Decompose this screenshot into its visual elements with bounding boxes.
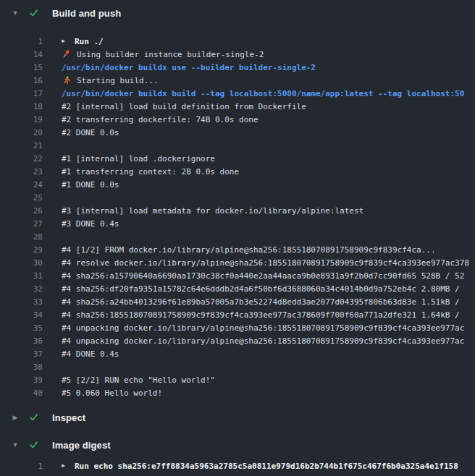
line-number[interactable]: 30 — [0, 258, 43, 268]
log-line: 34#4 sha256:185518070891758909c9f839cf4c… — [0, 308, 475, 321]
log-line: 28 — [0, 230, 475, 243]
log-text: #5 [2/2] RUN echo "Hello world!" — [62, 375, 475, 385]
line-number[interactable]: 17 — [0, 89, 43, 98]
log-line: 14Using builder instance builder-single-… — [0, 48, 475, 61]
section-header[interactable]: ▼Image digest — [0, 438, 475, 452]
log-text-content: Run echo sha256:e7ff8834a5963a2785c5a081… — [75, 462, 458, 471]
log-text: #4 [1/2] FROM docker.io/library/alpine@s… — [62, 245, 475, 255]
log-text: #1 transferring context: 2B 0.0s done — [62, 167, 475, 177]
line-number[interactable]: 15 — [0, 63, 43, 72]
log-text-content: #4 sha256:df20fa9351a15782c64e6dddb2d4a6… — [62, 284, 464, 294]
success-check-icon — [29, 412, 41, 422]
line-number[interactable]: 22 — [0, 154, 43, 163]
log-text: #5 0.060 Hello world! — [62, 388, 475, 398]
line-number[interactable]: 31 — [0, 271, 43, 281]
line-number[interactable]: 35 — [0, 323, 43, 333]
log-text-content: #2 transferring dockerfile: 74B 0.0s don… — [62, 115, 258, 124]
log-text-content: #1 DONE 0.0s — [62, 180, 119, 190]
log-text-content: #2 [internal] load build definition from… — [62, 102, 306, 111]
line-number[interactable]: 24 — [0, 180, 43, 190]
log-text: #4 unpacking docker.io/library/alpine@sh… — [62, 323, 475, 333]
line-number[interactable]: 14 — [0, 50, 43, 59]
log-line: 27#3 DONE 0.4s — [0, 217, 475, 230]
expand-run-group-icon[interactable]: ▶ — [62, 35, 68, 48]
expand-run-group-icon[interactable]: ▶ — [62, 459, 68, 472]
run-command-group[interactable]: ▶Run echo sha256:e7ff8834a5963a2785c5a08… — [62, 459, 475, 472]
log-text: #3 [internal] load metadata for docker.i… — [62, 206, 475, 216]
line-number[interactable]: 1 — [0, 462, 43, 471]
log-text: #3 DONE 0.4s — [62, 219, 475, 229]
log-text: #2 [internal] load build definition from… — [62, 102, 475, 111]
log-text-content: Starting build... — [77, 76, 159, 85]
section-log-lines: 1▶Run ./14Using builder instance builder… — [0, 20, 475, 410]
section-title: Build and push — [52, 8, 121, 19]
log-text-content: Using builder instance builder-single-2 — [77, 50, 264, 59]
log-text: #4 sha256:a15790640a6690aa1730c38cf0a440… — [62, 271, 475, 281]
section-header[interactable]: ▶Inspect — [0, 410, 475, 425]
log-line: 16Starting build... — [0, 74, 475, 87]
line-number[interactable]: 27 — [0, 219, 43, 229]
line-number[interactable]: 19 — [0, 115, 43, 124]
line-number[interactable]: 36 — [0, 336, 43, 346]
log-line: 38 — [0, 360, 475, 373]
log-text-content: /usr/bin/docker buildx use --builder bui… — [62, 63, 316, 72]
log-text: #2 DONE 0.0s — [62, 128, 475, 137]
log-text-content: #4 sha256:a24bb4013296f61e89ba57005a7b3e… — [62, 297, 464, 307]
log-line: 36#4 unpacking docker.io/library/alpine@… — [0, 334, 475, 347]
log-text-content: #4 sha256:185518070891758909c9f839cf4ca3… — [62, 310, 464, 320]
line-number[interactable]: 20 — [0, 128, 43, 137]
log-line: 31#4 sha256:a15790640a6690aa1730c38cf0a4… — [0, 269, 475, 282]
section-log-lines: 1▶Run echo sha256:e7ff8834a5963a2785c5a0… — [0, 452, 475, 476]
workflow-log-viewer: ▼Build and push1▶Run ./14Using builder i… — [0, 0, 475, 476]
log-line: 18#2 [internal] load build definition fr… — [0, 100, 475, 113]
log-line: 29#4 [1/2] FROM docker.io/library/alpine… — [0, 243, 475, 256]
line-number[interactable]: 26 — [0, 206, 43, 216]
line-number[interactable]: 33 — [0, 297, 43, 307]
log-line: 20#2 DONE 0.0s — [0, 126, 475, 139]
line-number[interactable]: 1 — [0, 37, 43, 46]
log-text: #4 sha256:a24bb4013296f61e89ba57005a7b3e… — [62, 297, 475, 307]
section-header[interactable]: ▼Build and push — [0, 6, 475, 20]
line-number[interactable]: 28 — [0, 232, 43, 242]
log-line: 37#4 DONE 0.4s — [0, 347, 475, 360]
log-text: #4 DONE 0.4s — [62, 349, 475, 359]
log-line: 15/usr/bin/docker buildx use --builder b… — [0, 61, 475, 74]
line-number[interactable]: 18 — [0, 102, 43, 111]
line-number[interactable]: 34 — [0, 310, 43, 320]
log-line: 33#4 sha256:a24bb4013296f61e89ba57005a7b… — [0, 295, 475, 308]
chevron-down-icon[interactable]: ▼ — [11, 441, 20, 449]
log-text: /usr/bin/docker buildx build --tag local… — [62, 89, 475, 98]
log-text: #4 sha256:df20fa9351a15782c64e6dddb2d4a6… — [62, 284, 475, 294]
line-number[interactable]: 38 — [0, 362, 43, 372]
chevron-down-icon[interactable]: ▼ — [11, 9, 20, 17]
log-line: 39#5 [2/2] RUN echo "Hello world!" — [0, 373, 475, 386]
log-text-content: #1 [internal] load .dockerignore — [62, 154, 215, 163]
log-text-content: #4 sha256:a15790640a6690aa1730c38cf0a440… — [62, 271, 464, 281]
line-number[interactable]: 40 — [0, 388, 43, 398]
chevron-right-icon[interactable]: ▶ — [11, 414, 20, 421]
log-text: #1 [internal] load .dockerignore — [62, 154, 475, 163]
line-number[interactable]: 32 — [0, 284, 43, 294]
line-number[interactable]: 29 — [0, 245, 43, 255]
line-number[interactable]: 37 — [0, 349, 43, 359]
runner-icon — [62, 75, 71, 85]
log-text: Using builder instance builder-single-2 — [62, 49, 475, 59]
log-line: 23#1 transferring context: 2B 0.0s done — [0, 165, 475, 178]
log-section: ▶Inspect — [0, 410, 475, 425]
log-text-content: #1 transferring context: 2B 0.0s done — [62, 167, 239, 177]
log-text-content: #4 unpacking docker.io/library/alpine@sh… — [62, 336, 464, 346]
log-section: ▼Build and push1▶Run ./14Using builder i… — [0, 6, 475, 410]
section-title: Image digest — [52, 440, 111, 451]
line-number[interactable]: 21 — [0, 141, 43, 150]
log-text-content: #3 DONE 0.4s — [62, 219, 119, 229]
line-number[interactable]: 39 — [0, 375, 43, 385]
log-text: #4 resolve docker.io/library/alpine@sha2… — [62, 258, 475, 268]
line-number[interactable]: 23 — [0, 167, 43, 177]
log-line: 22#1 [internal] load .dockerignore — [0, 152, 475, 165]
line-number[interactable]: 25 — [0, 193, 43, 203]
log-text: #4 unpacking docker.io/library/alpine@sh… — [62, 336, 475, 346]
log-text-content: #4 DONE 0.4s — [62, 349, 119, 359]
log-line: 1▶Run echo sha256:e7ff8834a5963a2785c5a0… — [0, 459, 475, 472]
run-command-group[interactable]: ▶Run ./ — [62, 35, 475, 48]
line-number[interactable]: 16 — [0, 76, 43, 85]
